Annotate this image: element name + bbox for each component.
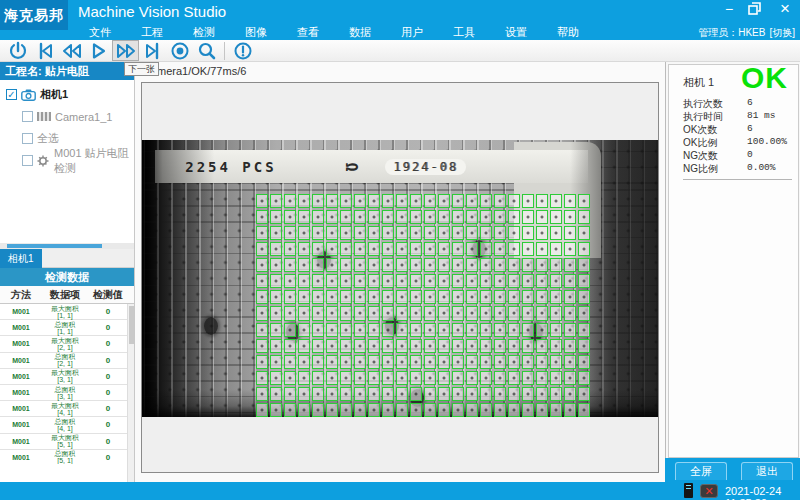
app-title: Machine Vision Studio [78,3,226,20]
menu-item-数据[interactable]: 数据 [345,24,375,41]
tree-item-Camera1_1[interactable]: Camera1_1 [0,108,134,125]
table-vertical-scrollbar[interactable] [127,304,134,482]
col-item: 数据项 [42,286,88,303]
detection-box [354,339,366,353]
restore-icon[interactable] [748,2,766,18]
checkbox-unchecked[interactable] [22,133,33,144]
table-row[interactable]: M001总面积[3, 1]0 [0,385,134,401]
detection-box [326,306,338,320]
fullscreen-button[interactable]: 全屏 [675,462,727,480]
menu-item-检测[interactable]: 检测 [189,24,219,41]
detection-box [396,226,408,240]
tree-horizontal-scrollbar[interactable] [0,243,134,249]
detection-box [564,194,576,208]
detection-box [550,339,562,353]
menu-item-设置[interactable]: 设置 [501,24,531,41]
record-icon[interactable] [166,40,193,61]
detection-box [508,226,520,240]
app-logo: 海克易邦 [0,0,68,30]
minimize-icon[interactable]: − [720,2,738,18]
scrollbar-thumb[interactable] [129,306,134,344]
detection-box [382,339,394,353]
detection-box [256,323,268,337]
detection-box [536,371,548,385]
checkbox-unchecked[interactable] [22,155,33,166]
tree-item-全选[interactable]: 全选 [0,130,134,147]
detection-box [466,371,478,385]
tab-camera1[interactable]: 相机1 [0,249,42,268]
detection-box [354,210,366,224]
detect-data-title: 检测数据 [0,268,134,286]
detection-box [396,403,408,417]
stats-divider [683,179,792,180]
close-icon[interactable]: × [776,2,794,18]
table-row[interactable]: M001总面积[4, 1]0 [0,417,134,433]
menu-item-图像[interactable]: 图像 [241,24,271,41]
detection-box [522,226,534,240]
tree-item-M001 贴片电阻检测[interactable]: M001 贴片电阻检测 [0,152,134,169]
detection-box [438,387,450,401]
power-icon[interactable] [4,40,31,61]
detection-box [578,323,590,337]
detection-box [312,403,324,417]
camera-name-label: 相机 1 [683,75,714,90]
tree-item-相机1[interactable]: ✓相机1 [0,86,134,103]
scrollbar-thumb[interactable] [7,244,102,248]
detection-box [284,323,296,337]
detection-box [354,226,366,240]
table-row[interactable]: M001最大面积[2, 1]0 [0,336,134,352]
table-row[interactable]: M001总面积[2, 1]0 [0,353,134,369]
last-image-icon[interactable] [139,40,166,61]
alert-icon[interactable] [229,40,256,61]
exit-button[interactable]: 退出 [741,462,793,480]
detection-box [480,403,492,417]
detection-box [438,194,450,208]
menu-item-帮助[interactable]: 帮助 [553,24,583,41]
detect-table-header: 方法 数据项 检测值 [0,286,134,304]
zoom-icon[interactable] [193,40,220,61]
detection-box [424,210,436,224]
camera-canvas[interactable]: 2254 PCS Ω 1924-08 [141,82,659,473]
detection-box [522,403,534,417]
menu-item-文件[interactable]: 文件 [85,24,115,41]
table-row[interactable]: M001总面积[5, 1]0 [0,450,134,464]
next-image-icon[interactable] [112,40,139,61]
col-method: 方法 [0,286,42,303]
detection-box [578,339,590,353]
run-icon[interactable] [85,40,112,61]
toolbar [0,40,800,62]
detection-box [298,210,310,224]
table-row[interactable]: M001最大面积[1, 1]0 [0,304,134,320]
detection-box [508,274,520,288]
menu-item-工具[interactable]: 工具 [449,24,479,41]
detection-box [368,306,380,320]
detection-box [340,339,352,353]
method-cell: M001 [0,417,42,432]
table-row[interactable]: M001最大面积[5, 1]0 [0,434,134,450]
checkbox-checked[interactable]: ✓ [6,89,17,100]
table-row[interactable]: M001最大面积[3, 1]0 [0,369,134,385]
table-row[interactable]: M001总面积[1, 1]0 [0,320,134,336]
detection-box [494,258,506,272]
detection-box [480,258,492,272]
detection-box [452,355,464,369]
switch-user-link[interactable]: [切换] [769,26,795,40]
detection-box [424,403,436,417]
detection-box [284,242,296,256]
detection-box [354,323,366,337]
detection-box [298,194,310,208]
detection-box [312,194,324,208]
detection-box [522,258,534,272]
first-image-icon[interactable] [31,40,58,61]
menu-item-查看[interactable]: 查看 [293,24,323,41]
detection-box [438,403,450,417]
table-row[interactable]: M001最大面积[4, 1]0 [0,401,134,417]
menu-item-工程[interactable]: 工程 [137,24,167,41]
prev-image-icon[interactable] [58,40,85,61]
checkbox-unchecked[interactable] [22,111,33,122]
detection-box [522,371,534,385]
menu-item-用户[interactable]: 用户 [397,24,427,41]
detection-box [410,290,422,304]
detection-box [438,242,450,256]
detection-box [438,210,450,224]
